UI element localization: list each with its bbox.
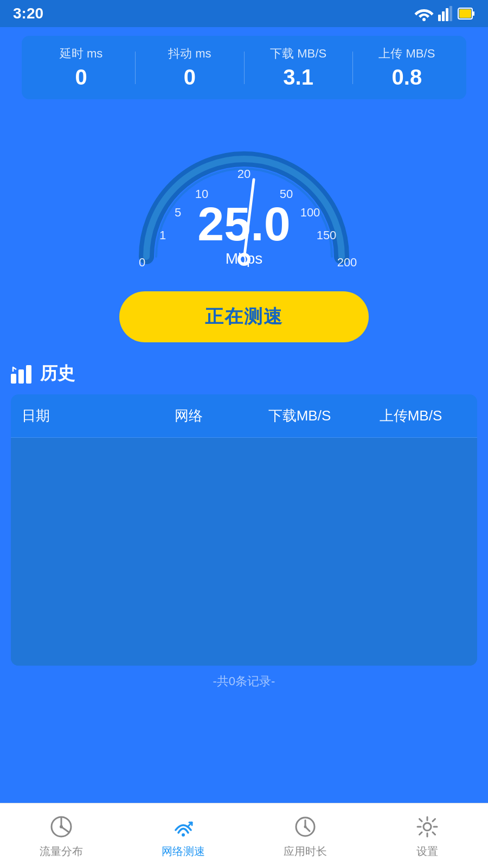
apptime-icon (291, 813, 319, 841)
nav-label-speedtest: 网络测速 (162, 844, 205, 859)
svg-point-32 (304, 826, 306, 828)
svg-rect-20 (11, 374, 16, 384)
svg-text:20: 20 (237, 167, 251, 181)
stats-bar-wrapper: 延时 ms 0 抖动 ms 0 下载 MB/S 3.1 上传 MB/S 0.8 (0, 27, 488, 99)
battery-icon (458, 6, 475, 21)
svg-rect-22 (26, 365, 31, 384)
svg-text:1: 1 (159, 228, 166, 242)
history-chart-icon (11, 364, 33, 384)
test-button[interactable]: 正在测速 (119, 291, 369, 342)
svg-rect-4 (450, 6, 452, 21)
wifi-icon (414, 6, 434, 21)
table-body (11, 438, 477, 666)
stat-upload: 上传 MB/S 0.8 (353, 46, 461, 90)
svg-point-33 (423, 823, 431, 831)
col-network: 网络 (133, 406, 244, 425)
traffic-icon (47, 813, 75, 841)
speed-unit: Mbps (197, 250, 290, 267)
records-count: -共0条记录- (0, 666, 488, 697)
svg-text:100: 100 (300, 206, 320, 219)
stat-latency: 延时 ms 0 (27, 46, 135, 90)
svg-text:5: 5 (175, 206, 181, 219)
history-header: 历史 (11, 362, 477, 386)
stat-download: 下载 MB/S 3.1 (245, 46, 352, 90)
nav-item-speedtest[interactable]: 网络测速 (122, 813, 244, 859)
gauge-container: 0 1 5 10 20 50 100 150 200 25 (119, 116, 369, 278)
col-download: 下载MB/S (244, 406, 355, 425)
bottom-nav: 流量分布 网络测速 应用时长 (0, 803, 488, 868)
nav-label-traffic: 流量分布 (40, 844, 83, 859)
nav-item-traffic[interactable]: 流量分布 (0, 813, 122, 859)
settings-icon (413, 813, 441, 841)
status-bar: 3:20 (0, 0, 488, 27)
nav-label-apptime: 应用时长 (284, 844, 327, 859)
svg-point-0 (422, 18, 426, 21)
svg-rect-3 (446, 8, 448, 21)
speedometer-section: 0 1 5 10 20 50 100 150 200 25 (0, 116, 488, 342)
nav-item-settings[interactable]: 设置 (366, 813, 488, 859)
svg-point-26 (60, 825, 63, 828)
table-header: 日期 网络 下载MB/S 上传MB/S (11, 394, 477, 438)
history-title: 历史 (40, 362, 75, 386)
speed-display: 25.0 Mbps (197, 200, 290, 267)
svg-text:0: 0 (139, 256, 145, 269)
svg-rect-7 (459, 9, 471, 18)
svg-text:200: 200 (337, 256, 357, 269)
status-icons (414, 6, 475, 21)
stat-jitter: 抖动 ms 0 (136, 46, 243, 90)
speed-number: 25.0 (197, 200, 290, 248)
svg-rect-2 (442, 11, 445, 21)
svg-rect-21 (18, 369, 24, 384)
history-table: 日期 网络 下载MB/S 上传MB/S (11, 394, 477, 666)
svg-rect-1 (438, 15, 441, 21)
svg-text:150: 150 (317, 228, 337, 242)
nav-item-apptime[interactable]: 应用时长 (244, 813, 366, 859)
col-date: 日期 (22, 406, 133, 425)
status-time: 3:20 (13, 5, 43, 22)
speedtest-icon (169, 813, 197, 841)
svg-point-28 (182, 833, 185, 837)
stats-bar: 延时 ms 0 抖动 ms 0 下载 MB/S 3.1 上传 MB/S 0.8 (22, 36, 466, 99)
nav-label-settings: 设置 (416, 844, 438, 859)
col-upload: 上传MB/S (355, 406, 466, 425)
history-section: 历史 日期 网络 下载MB/S 上传MB/S (11, 362, 477, 666)
signal-icon (438, 6, 453, 21)
svg-rect-6 (473, 11, 474, 16)
